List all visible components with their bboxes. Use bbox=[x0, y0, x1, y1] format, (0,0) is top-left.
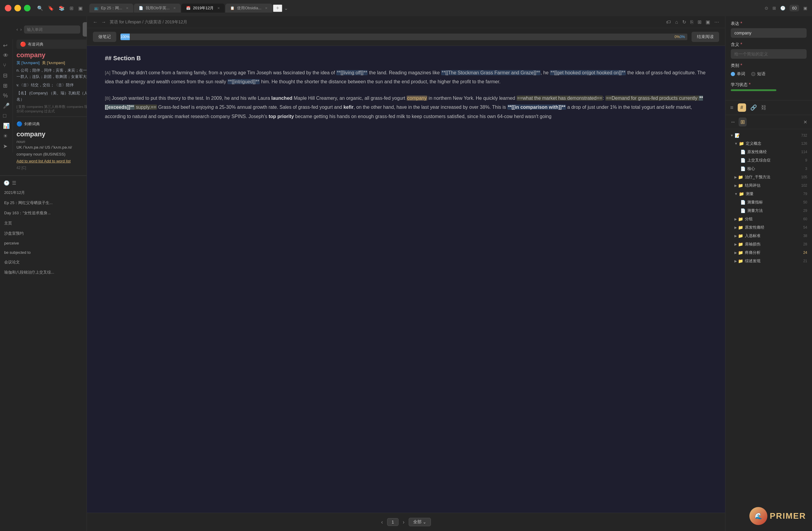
timer-badge[interactable]: 60 bbox=[789, 5, 799, 11]
tree-item-2[interactable]: 📄 上交叉综合症 9 bbox=[725, 156, 812, 164]
eye-icon[interactable]: 👁 bbox=[3, 53, 10, 59]
grid-icon[interactable]: ⊞ bbox=[772, 6, 776, 11]
tree-root[interactable]: ▼ 📝 732 bbox=[725, 131, 812, 139]
percent-icon[interactable]: % bbox=[3, 92, 10, 99]
mic-icon[interactable]: 🎤 bbox=[3, 102, 10, 109]
chain-tab-icon[interactable]: 🔗 bbox=[750, 104, 757, 111]
add-word-link[interactable]: Add to word list Add to word list bbox=[16, 159, 95, 163]
dict-next-btn[interactable]: › bbox=[20, 27, 22, 32]
tab-2[interactable]: 📄 我用Ob学英... ✕ bbox=[134, 4, 181, 13]
history-item-2[interactable]: Day 163："女性追求瘦身... bbox=[0, 208, 87, 218]
back-icon[interactable]: ↩ bbox=[3, 42, 10, 49]
history-item-4[interactable]: 沙盘室预约 bbox=[0, 228, 87, 239]
chart-icon[interactable]: 📊 bbox=[3, 123, 10, 129]
history-item-0[interactable]: 2021年12月 bbox=[0, 188, 87, 198]
tree-item-1[interactable]: 📄 原发性痛经 114 bbox=[725, 148, 812, 156]
refresh-nav-icon[interactable]: ↻ bbox=[682, 19, 686, 25]
reading-toolbar: 做笔记 100% 0% 0% 结束阅读 bbox=[87, 28, 725, 46]
end-reading-button[interactable]: 结束阅读 bbox=[692, 32, 719, 42]
close-panel-btn[interactable]: ✕ bbox=[803, 119, 807, 125]
table-view-btn[interactable]: ⊞ bbox=[739, 117, 747, 127]
history-item-5[interactable]: perceive bbox=[0, 239, 87, 248]
tree-item-5[interactable]: ▶ 📁 结局评估 102 bbox=[725, 181, 812, 190]
page-all-button[interactable]: 全部 ⌄ bbox=[409, 518, 431, 526]
nav-forward-btn[interactable]: → bbox=[101, 19, 106, 25]
tab-4[interactable]: 📋 使用Obsidia... ✕ bbox=[225, 4, 272, 13]
indent-icon[interactable]: ↔ bbox=[730, 119, 736, 125]
table-icon[interactable]: ⊟ bbox=[3, 72, 10, 79]
bookmark-icon[interactable]: 🔖 bbox=[48, 5, 54, 11]
dict-prev-btn[interactable]: ‹ bbox=[16, 27, 18, 32]
item-4-count: 105 bbox=[798, 175, 807, 179]
layout-right-icon[interactable]: ▣ bbox=[803, 6, 807, 11]
grid-nav-icon[interactable]: ⊞ bbox=[698, 19, 701, 25]
tree-item-11[interactable]: ▶ 📁 入选标准 38 bbox=[725, 232, 812, 240]
more-nav-icon[interactable]: ⋯ bbox=[714, 19, 719, 25]
tab-1-close[interactable]: ✕ bbox=[126, 6, 129, 10]
tree-item-0[interactable]: ▼ 📁 定义概念 126 bbox=[725, 139, 812, 148]
history-item-8[interactable]: 瑜伽和八段锦治疗上交叉综... bbox=[0, 267, 87, 277]
layout-nav-icon[interactable]: ▣ bbox=[706, 19, 710, 25]
tab-dropdown[interactable]: ⌄ bbox=[284, 5, 288, 11]
expression-input[interactable] bbox=[731, 28, 807, 38]
chain2-tab-icon[interactable]: ⛓ bbox=[761, 104, 767, 111]
send-icon[interactable]: ➤ bbox=[3, 143, 10, 149]
copy-nav-icon[interactable]: ⎘ bbox=[690, 19, 693, 25]
minimize-button[interactable] bbox=[14, 5, 21, 11]
tree-item-7[interactable]: 📄 测量指标 50 bbox=[725, 198, 812, 206]
tree-item-14[interactable]: ▶ 📁 综述发现 21 bbox=[725, 257, 812, 265]
tab-1[interactable]: 📺 Ep 25：网... ✕ bbox=[89, 4, 133, 13]
dict-cambridge-header[interactable]: 🔵 剑桥词典 ⌄ bbox=[16, 120, 95, 128]
folder-12-icon: 📁 bbox=[738, 242, 743, 247]
new-tab-button[interactable]: + bbox=[273, 4, 282, 12]
search-icon[interactable]: 🔍 bbox=[37, 5, 43, 11]
link-tab-icon[interactable]: ≡ bbox=[730, 104, 734, 111]
clock-tab-icon[interactable]: 🕐 bbox=[4, 180, 10, 186]
fork-icon[interactable]: ⑂ bbox=[3, 62, 10, 69]
tree-item-13[interactable]: ▶ 📁 疼痛分析 24 bbox=[725, 248, 812, 257]
tag-nav-icon[interactable]: 🏷 bbox=[666, 19, 671, 25]
tree-item-6[interactable]: ▼ 📁 测量 79 bbox=[725, 190, 812, 198]
tab-3-close[interactable]: ✕ bbox=[217, 6, 220, 10]
note-button[interactable]: 做笔记 bbox=[93, 32, 116, 42]
page-prev-btn[interactable]: ‹ bbox=[381, 519, 383, 525]
dict-source-youdao[interactable]: 🔴 有道词典 ⌄ bbox=[16, 40, 95, 49]
item-14-count: 21 bbox=[798, 259, 807, 263]
meaning-input[interactable] bbox=[731, 49, 807, 59]
tab-2-close[interactable]: ✕ bbox=[173, 6, 176, 10]
page-next-btn[interactable]: › bbox=[403, 519, 405, 525]
square-icon[interactable]: □ bbox=[3, 113, 10, 119]
tree-item-8[interactable]: 📄 测量方法 29 bbox=[725, 206, 812, 215]
tree-item-12[interactable]: ▶ 📁 肩袖损伤 28 bbox=[725, 240, 812, 248]
radio-word[interactable]: 单词 bbox=[731, 71, 745, 77]
history-item-7[interactable]: 会议论文 bbox=[0, 257, 87, 267]
history-item-3[interactable]: 主页 bbox=[0, 218, 87, 228]
radio-phrase[interactable]: 短语 bbox=[751, 71, 766, 77]
layout-icon[interactable]: ⊞ bbox=[70, 5, 73, 11]
panel-icon[interactable]: ▣ bbox=[78, 5, 83, 11]
circle-icon[interactable]: ⊙ bbox=[765, 6, 768, 11]
nav-back-btn[interactable]: ← bbox=[93, 19, 98, 25]
radio-phrase-label: 短语 bbox=[757, 71, 766, 77]
dict-search-input[interactable] bbox=[24, 26, 80, 33]
tab-4-close[interactable]: ✕ bbox=[265, 6, 267, 10]
item-6-count: 79 bbox=[798, 192, 807, 196]
tab-3[interactable]: 📅 2019年12月 ✕ bbox=[181, 4, 225, 13]
tree-item-4[interactable]: ▶ 📁 治疗_干预方法 105 bbox=[725, 173, 812, 181]
history-item-1[interactable]: Ep 25：网红父母晒孩子生... bbox=[0, 198, 87, 208]
tree-item-10[interactable]: ▶ 📁 原发性痛经 54 bbox=[725, 223, 812, 232]
eq-market: ==what the market has demonstrated== bbox=[517, 96, 603, 101]
list-tab-icon[interactable]: ☰ bbox=[12, 180, 16, 186]
tree-item-9[interactable]: ▶ 📁 分组 60 bbox=[725, 215, 812, 223]
library-icon[interactable]: 📚 bbox=[59, 5, 65, 11]
folder-0-icon: 📁 bbox=[739, 141, 744, 146]
home-nav-icon[interactable]: ⌂ bbox=[675, 19, 678, 25]
close-button[interactable] bbox=[5, 5, 11, 11]
clock-icon[interactable]: 🕐 bbox=[780, 6, 785, 11]
tag-tab-active[interactable]: # bbox=[738, 103, 746, 112]
grid2-icon[interactable]: ⊞ bbox=[3, 82, 10, 89]
tree-item-3[interactable]: 📄 核心 3 bbox=[725, 164, 812, 173]
maximize-button[interactable] bbox=[24, 5, 31, 11]
history-item-6[interactable]: be subjected to bbox=[0, 248, 87, 257]
sun-icon[interactable]: ☀ bbox=[3, 133, 10, 139]
